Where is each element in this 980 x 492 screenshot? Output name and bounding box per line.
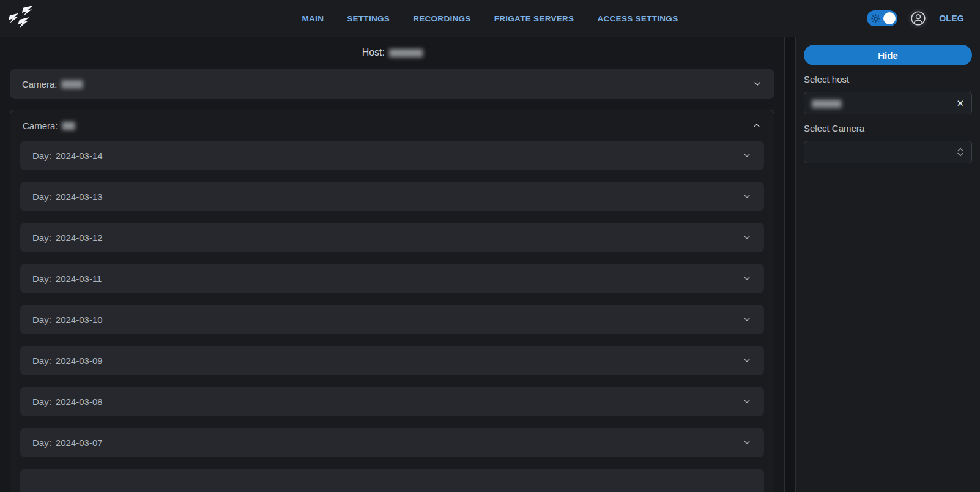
hide-button[interactable]: Hide	[804, 45, 972, 65]
main-content: Host: ████████ Camera: █████ Camera: ███	[0, 37, 785, 492]
camera-label: Camera:	[22, 79, 58, 89]
day-label: Day:	[32, 233, 51, 243]
theme-toggle[interactable]	[867, 10, 897, 26]
host-select-value-redacted: ███████	[812, 99, 841, 108]
clear-host-icon[interactable]: ✕	[956, 99, 964, 108]
day-label: Day:	[32, 438, 51, 448]
camera-accordion-header[interactable]: Camera: ███	[20, 110, 764, 141]
day-row[interactable]: Day: 2024-03-12	[20, 223, 764, 252]
main-navigation: MAIN SETTINGS RECORDINGS FRIGATE SERVERS…	[0, 0, 980, 37]
select-camera-label: Select Camera	[804, 123, 972, 133]
host-select[interactable]: ███████ ✕	[804, 92, 972, 114]
nav-item-main[interactable]: MAIN	[302, 14, 324, 23]
sun-icon	[871, 14, 880, 23]
select-host-label: Select host	[804, 74, 972, 84]
day-row[interactable]: Day: 2024-03-08	[20, 387, 764, 416]
day-row[interactable]: Day: 2024-03-13	[20, 182, 764, 211]
chevron-down-icon	[742, 315, 752, 324]
camera-name-redacted: ███	[62, 121, 75, 130]
top-navbar: MAIN SETTINGS RECORDINGS FRIGATE SERVERS…	[0, 0, 980, 37]
nav-item-frigate-servers[interactable]: FRIGATE SERVERS	[494, 14, 574, 23]
page-body: Host: ████████ Camera: █████ Camera: ███	[0, 37, 980, 492]
host-heading: Host: ████████	[10, 47, 774, 58]
host-value-redacted: ████████	[389, 48, 422, 57]
chevron-down-icon	[742, 233, 752, 242]
chevron-down-icon	[742, 192, 752, 201]
day-row[interactable]: Day: 2024-03-11	[20, 264, 764, 293]
day-label: Day:	[32, 192, 51, 202]
day-label: Day:	[32, 397, 51, 407]
day-row[interactable]: Day: 2024-03-07	[20, 428, 764, 457]
day-date: 2024-03-08	[56, 397, 103, 407]
chevron-up-icon	[752, 121, 762, 130]
select-updown-icon	[957, 147, 964, 157]
day-row[interactable]: Day: 2024-03-14	[20, 141, 764, 170]
filter-sidebar: Hide Select host ███████ ✕ Select Camera	[795, 37, 980, 492]
chevron-down-icon	[752, 79, 762, 89]
username[interactable]: OLEG	[939, 13, 964, 23]
day-label: Day:	[32, 151, 51, 161]
user-avatar-icon[interactable]	[908, 9, 928, 28]
day-date: 2024-03-10	[56, 315, 103, 325]
nav-item-settings[interactable]: SETTINGS	[347, 14, 390, 23]
day-label: Day:	[32, 356, 51, 366]
day-row[interactable]: Day: 2024-03-09	[20, 346, 764, 375]
day-date: 2024-03-11	[56, 274, 102, 284]
day-label: Day:	[32, 315, 51, 325]
day-label: Day:	[32, 274, 51, 284]
camera-label: Camera:	[23, 121, 58, 131]
host-label: Host:	[362, 47, 385, 58]
frigate-birds-logo[interactable]	[7, 4, 39, 32]
day-date: 2024-03-09	[56, 356, 103, 366]
chevron-down-icon	[742, 438, 752, 447]
camera-name-redacted: █████	[62, 80, 83, 88]
day-date: 2024-03-13	[56, 192, 103, 202]
day-row-partial[interactable]	[20, 469, 764, 492]
day-date: 2024-03-12	[56, 233, 103, 243]
nav-item-recordings[interactable]: RECORDINGS	[413, 14, 471, 23]
navbar-right-cluster: OLEG	[867, 9, 980, 28]
chevron-down-icon	[742, 356, 752, 365]
day-date: 2024-03-14	[56, 151, 103, 161]
chevron-down-icon	[742, 151, 752, 160]
chevron-down-icon	[742, 274, 752, 283]
camera-accordion-collapsed[interactable]: Camera: █████	[10, 69, 774, 99]
day-row[interactable]: Day: 2024-03-10	[20, 305, 764, 334]
camera-select[interactable]	[804, 141, 972, 163]
column-gap	[785, 37, 795, 492]
day-list: Day: 2024-03-14 Day: 2024-03	[20, 141, 764, 457]
chevron-down-icon	[742, 397, 752, 406]
nav-item-access-settings[interactable]: ACCESS SETTINGS	[597, 14, 678, 23]
toggle-knob	[883, 12, 896, 24]
camera-accordion-expanded: Camera: ███ Day: 2024-03-14	[10, 110, 774, 492]
day-date: 2024-03-07	[56, 438, 103, 448]
